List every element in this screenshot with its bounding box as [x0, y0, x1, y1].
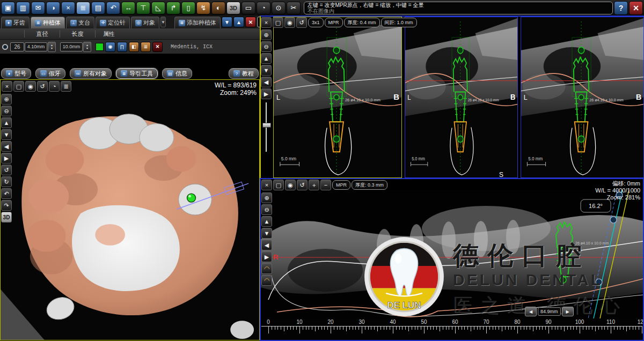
pano-pan-up-button[interactable]: ▲ [261, 216, 272, 227]
layout-3x1-button[interactable]: 3x1 [308, 18, 324, 27]
all-objects-button[interactable]: ≔ 所有对象 [70, 68, 112, 79]
jaw-arch-button[interactable]: ▭ [241, 2, 255, 14]
mpr-slice-view-2[interactable]: 26 ø4.10 x 10.0 mm5.0 mmLB [405, 17, 518, 178]
mpr-fullscreen-button[interactable]: ▢ [273, 17, 283, 28]
diameter-arrows[interactable]: ▴▾ [48, 42, 56, 52]
pano-tools-button[interactable]: × [261, 180, 272, 190]
mpr-pan-up-button[interactable]: ▲ [261, 53, 272, 64]
tools-button[interactable]: × [61, 2, 75, 14]
mpr-slice-view-1[interactable]: 26 ø4.10 x 10.0 mm5.0 mmLB [273, 17, 402, 178]
help-button[interactable]: ? [614, 1, 628, 15]
head-settings-button[interactable]: ◔ [257, 2, 270, 14]
open-case-button[interactable]: ▣ [1, 2, 15, 14]
tab-object[interactable]: ◎ 对象 [131, 17, 159, 28]
cut-button[interactable]: ✂ [287, 2, 301, 14]
lock-icon[interactable]: ∏ [117, 42, 127, 52]
view3d-tools-button[interactable]: × [2, 81, 12, 92]
axis-marker-bottom[interactable] [578, 136, 584, 142]
view3d-snapshot-button[interactable]: ◉ [25, 81, 36, 92]
pano-arch-solid-button[interactable]: ◠ [261, 275, 272, 286]
diameter-spinner[interactable]: 4.10mm ▴▾ [25, 42, 60, 52]
implant-select-radio[interactable] [2, 44, 8, 50]
pano-fullscreen-button[interactable]: ▢ [273, 180, 284, 190]
tab-implant[interactable]: ≣ 种植体 [31, 17, 65, 28]
view3d-pan-down-button[interactable]: ▼ [1, 129, 12, 140]
implant-marker[interactable] [560, 277, 566, 283]
view3d-roll-right-button[interactable]: ↷ [1, 200, 12, 211]
guide-tools-button[interactable]: ≣ 导引工具 [116, 68, 158, 79]
mpr-slice-slider[interactable] [264, 102, 269, 152]
feedback-message-button[interactable]: ✉ [31, 2, 45, 14]
axis-marker-top[interactable] [333, 47, 340, 54]
report-button[interactable]: ▤ [91, 2, 105, 14]
mpr-slice-view-3[interactable]: 26 ø4.10 x 10.0 mm5.0 mmLB [521, 17, 644, 178]
search-settings-button[interactable]: ⊙ [272, 2, 286, 14]
mpr-zoom-out-button[interactable]: ⊖ [261, 41, 272, 52]
view3d-zoom-in-button[interactable]: ⊕ [1, 94, 12, 105]
measure-distance-button[interactable]: ↔ [121, 2, 135, 14]
view3d-reset-button[interactable]: ↺ [37, 81, 48, 92]
tab-overflow-caret[interactable]: ▼ [160, 17, 166, 27]
tutorial-button[interactable]: ? 教程 [229, 68, 259, 79]
pano-thickness-button[interactable]: 厚度: 0.3 mm [352, 180, 387, 190]
pano-mode-button[interactable]: MPR [332, 180, 350, 190]
mpr-zoom-in-button[interactable]: ⊕ [261, 29, 272, 40]
pano-snapshot-button[interactable]: ◉ [285, 180, 296, 190]
panoramic-section[interactable]: ×▢◉↺＋− MPR 厚度: 0.3 mm 偏移: 0mm W/L = 4000… [260, 178, 644, 341]
mpr-mode-button[interactable]: MPR [325, 18, 343, 27]
pano-reset-button[interactable]: ↺ [297, 180, 308, 190]
view3d-zoom-out-button[interactable]: ⊖ [1, 106, 12, 116]
remove-implant-icon[interactable]: ✕ [152, 42, 163, 52]
axis-marker-bottom[interactable] [458, 136, 463, 142]
view3d-fullscreen-button[interactable]: ▢ [13, 81, 24, 92]
implant-tool-icon[interactable]: ≣ [141, 42, 151, 52]
implant-color-swatch[interactable] [96, 43, 104, 51]
info-button[interactable]: ▤ 信息 [162, 68, 192, 79]
pano-arch-outline-button[interactable]: ◠ [261, 263, 272, 274]
model-3d-canvas[interactable] [1, 80, 259, 340]
axis-marker-mid[interactable] [334, 95, 339, 100]
nav-prev-button[interactable]: ◀ [525, 307, 537, 316]
pano-zoom-out-button[interactable]: ⊖ [261, 204, 272, 215]
line-handle[interactable] [610, 217, 617, 223]
axis-marker-mid[interactable] [458, 95, 463, 100]
mode-3d-button[interactable]: 3D [226, 2, 240, 14]
view3d-rotate-ccw-button[interactable]: ↺ [1, 165, 12, 175]
view-3d[interactable]: ×▢◉↺◔≣ W/L = 893/619 Zoom: 249% ⊕⊖▲▼◀▶↺↻… [0, 79, 260, 340]
slice-thickness-button[interactable]: 厚度: 0.4 mm [344, 18, 380, 27]
pano-pan-right-button[interactable]: ▶ [261, 251, 272, 262]
mpr-pan-right-button[interactable]: ▶ [261, 88, 272, 99]
move-down-button[interactable]: ▼ [222, 17, 232, 27]
view3d-skin-button[interactable]: ◔ [49, 81, 60, 92]
pano-zoom-plus-button[interactable]: ＋ [309, 180, 319, 190]
view3d-implant-visibility-button[interactable]: ≣ [61, 81, 71, 92]
add-implant-button[interactable]: ≣ 添加种植体 [174, 17, 221, 28]
implant-marker-sphere[interactable] [187, 194, 196, 202]
pano-pan-left-button[interactable]: ◀ [261, 240, 272, 250]
implant-row[interactable]: 26 4.10mm ▴▾ 10.0mm ▴▾ ◉ ∏ ◧ ≣ ✕ Medenti… [0, 40, 260, 54]
length-value[interactable]: 10.0mm [60, 42, 83, 51]
pano-zoom-in-button[interactable]: ⊕ [261, 192, 272, 203]
axis-marker-mid[interactable] [579, 95, 584, 100]
implant-library-button[interactable]: ≣ [76, 2, 90, 14]
nav-position-value[interactable]: 84.9mm [538, 307, 561, 316]
pano-zoom-minus-button[interactable]: − [320, 180, 331, 190]
view3d-roll-left-button[interactable]: ↶ [1, 188, 12, 199]
axis-marker-top[interactable] [458, 47, 463, 54]
opacity-icon[interactable]: ◧ [129, 42, 139, 52]
export-button[interactable]: ↱ [166, 2, 180, 14]
pano-pan-down-button[interactable]: ▼ [261, 228, 272, 239]
move-up-button[interactable]: ▲ [233, 17, 244, 27]
diameter-value[interactable]: 4.10mm [25, 42, 47, 51]
tab-abutment[interactable]: ⊥ 支台 [66, 17, 94, 28]
mpr-pan-down-button[interactable]: ▼ [261, 65, 272, 76]
pano-image-canvas[interactable]: 26 ø4.10 x 10.0 mm 16.2° [261, 190, 643, 318]
mpr-tools-button[interactable]: × [261, 17, 272, 28]
undo-button[interactable]: ↶ [106, 2, 120, 14]
view3d-pan-left-button[interactable]: ◀ [1, 141, 12, 152]
measure-line-button[interactable]: ⊤ [136, 2, 150, 14]
drill-tool-button[interactable]: ↯ [196, 2, 210, 14]
length-spinner[interactable]: 10.0mm ▴▾ [60, 42, 96, 52]
delete-object-button[interactable]: ✕ [245, 17, 256, 27]
model-button[interactable]: ♦ 型号 [1, 68, 31, 79]
